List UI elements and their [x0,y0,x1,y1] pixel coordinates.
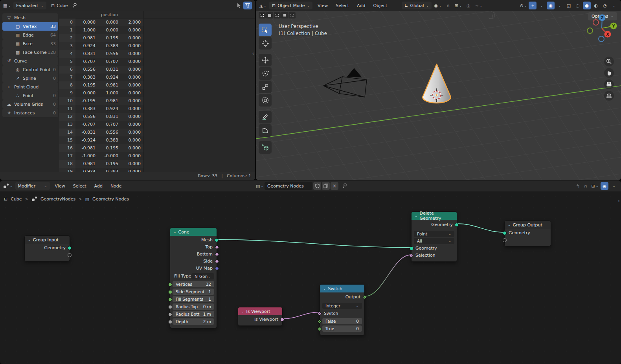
camera-object[interactable] [323,68,367,97]
datasource-dropdown[interactable]: Evaluated ⌄ [13,2,46,9]
node-header[interactable]: ⌄ Switch [320,285,364,292]
collapse-chevron-icon[interactable]: ⌄ [241,310,244,313]
move-tool[interactable] [259,54,272,66]
menu-view[interactable]: View [52,182,68,190]
snap-toggle[interactable]: ∩ [582,182,590,190]
gizmos-toggle[interactable]: ⌖ [529,2,536,9]
breadcrumb-tree[interactable]: Geometry Nodes [92,197,129,202]
node-field-fill-segments[interactable]: Fill Segments1 [173,296,214,302]
socket-radius-top-input[interactable] [168,305,172,309]
gizmos-dropdown[interactable]: ⌄ [538,2,546,9]
menu-node[interactable]: Node [108,182,125,190]
shading-wireframe-button[interactable]: ◌ [574,2,582,9]
pin-icon[interactable] [72,3,77,8]
node-tree-type-dropdown[interactable]: Modifier ⌄ [15,182,50,190]
node-canvas[interactable] [0,191,621,364]
socket-boolean-output[interactable] [280,318,284,322]
viewport-scene[interactable] [256,11,621,180]
node-header[interactable]: ⌄ Group Output [505,221,551,229]
node-is-viewport[interactable]: ⌄ Is Viewport Is Viewport [238,307,283,326]
sidebar-item-control-point[interactable]: ◎Control Point0 [2,65,58,74]
editor-type-button[interactable]: ▦⌄ [3,2,11,9]
node-header[interactable]: ⌄ Cone [170,228,217,236]
collapse-chevron-icon[interactable]: ⌄ [173,230,176,234]
shading-rendered-button[interactable]: ◔ [601,2,609,9]
select-mode-tweak[interactable] [266,12,273,18]
breadcrumb-modifier[interactable]: GeometryNodes [40,197,75,202]
sidebar-item-vertex[interactable]: ▢Vertex33 [2,22,58,31]
mode-dropdown[interactable]: All ⌄ [414,238,454,244]
menu-view[interactable]: View [315,2,331,9]
xray-toggle[interactable]: ◱ [565,2,573,9]
collapse-chevron-icon[interactable]: ⌄ [415,214,418,218]
panel-collapse-arrow[interactable]: ‹ [618,198,620,204]
measure-tool[interactable] [259,124,272,137]
node-field-radius-bott[interactable]: Radius Bott1 m [173,311,214,317]
tree-name-field[interactable]: Geometry Nodes [265,182,312,190]
socket-fill-segments-input[interactable] [168,298,172,301]
node-field-true[interactable]: True0 [322,325,362,332]
go-to-parent-icon[interactable]: ↰ [576,183,580,189]
unlink-tree-button[interactable]: × [331,182,338,190]
sidebar-item-point[interactable]: ∴Point0 [2,91,58,100]
select-mode-paint[interactable] [288,12,296,18]
transform-tool[interactable] [259,94,272,107]
scale-tool[interactable] [259,81,272,93]
snap-toggle[interactable]: ∩ [444,2,452,9]
socket-geometry-input[interactable] [503,231,507,235]
tree-browse-button[interactable]: ▤⌄ [256,182,264,190]
select-mode-box[interactable] [259,12,266,18]
menu-object[interactable]: Object [370,2,390,9]
snap-target-dropdown[interactable]: ⊞⌄ [454,2,462,9]
node-field-radius-top[interactable]: Radius Top0 m [173,303,214,310]
orientation-dropdown[interactable]: ∟ Global ⌄ [402,2,432,9]
node-delete-geometry[interactable]: ⌄ Delete Geometry Geometry Point ⌄ All ⌄… [411,211,457,262]
menu-select[interactable]: Select [333,2,352,9]
collapse-chevron-icon[interactable]: ⌄ [508,223,511,227]
gizmo-z-negative[interactable] [599,36,604,42]
add-primitive-tool[interactable] [259,141,272,154]
cursor-tool[interactable] [259,37,272,50]
editor-type-button[interactable]: ⌄ [3,182,13,190]
zoom-button[interactable] [604,57,614,66]
pin-icon[interactable] [342,183,347,189]
annotate-tool[interactable] [259,111,272,123]
sidebar-item-mesh[interactable]: ▽Mesh [2,13,58,22]
collapse-chevron-icon[interactable]: ⌄ [28,238,31,242]
select-mode-lasso[interactable] [281,12,288,18]
node-switch[interactable]: ⌄ Switch Output Integer ⌄ Switch False0T… [320,284,365,335]
socket-radius-bott-input[interactable] [168,313,172,316]
snap-target-dropdown[interactable]: ⊞⌄ [591,182,599,190]
sidebar-item-point-cloud[interactable]: ∷Point Cloud [2,83,58,91]
mode-dropdown[interactable]: ⊡ Object Mode ⌄ [269,2,312,9]
sidebar-item-face-corner[interactable]: ▩Face Corner128 [2,48,58,57]
domain-dropdown[interactable]: Point ⌄ [414,231,454,237]
socket-virtual[interactable] [503,238,507,242]
sidebar-item-volume-grids[interactable]: ☁Volume Grids0 [2,100,58,108]
collapse-chevron-icon[interactable]: ⌄ [323,287,326,290]
filter-button[interactable] [243,2,252,9]
socket-geometry-output[interactable] [455,223,459,227]
socket-geometry-output[interactable] [68,246,72,250]
overlays-toggle[interactable]: ◉ [601,182,608,190]
show-gizmo-dropdown[interactable]: ⊙⌄ [520,2,527,9]
socket-geometry-input[interactable] [410,246,413,250]
sidebar-item-face[interactable]: ▦Face33 [2,39,58,48]
shading-material-button[interactable]: ◐ [592,2,600,9]
cursor-arrow-icon[interactable] [236,3,242,8]
overlays-toggle[interactable]: ◉ [547,2,555,9]
gizmo-x-negative[interactable] [593,20,599,25]
socket-depth-input[interactable] [168,320,172,324]
proportional-edit-toggle[interactable]: ◎ [465,2,472,9]
overlays-dropdown[interactable]: ⌄ [556,2,564,9]
sidebar-item-edge[interactable]: ▥Edge64 [2,31,58,39]
sidebar-item-spline[interactable]: ↗Spline0 [2,74,58,83]
overlays-dropdown[interactable]: ⌄ [610,182,618,190]
node-field-false[interactable]: False0 [322,318,362,324]
socket-mesh-output[interactable] [215,238,219,242]
socket-virtual[interactable] [68,253,72,257]
fill-type-dropdown[interactable]: N-Gon ⌄ [191,273,214,279]
node-group-input[interactable]: ⌄ Group Input Geometry [24,235,70,261]
rotate-tool[interactable] [259,67,272,80]
duplicate-tree-button[interactable] [322,182,330,190]
